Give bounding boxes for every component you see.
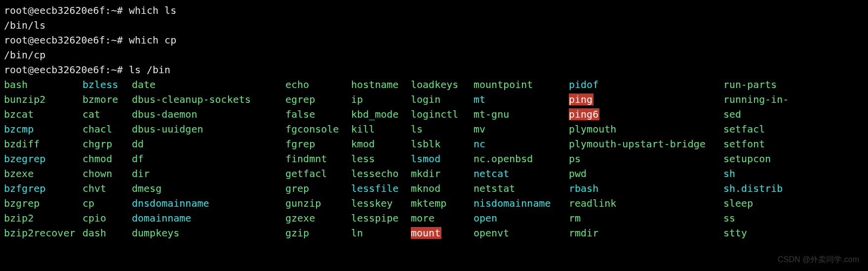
ls-entry-name: chacl (82, 123, 112, 135)
ls-entry-name: fgconsole (285, 123, 339, 135)
ls-entry-name: bzexe (4, 168, 34, 180)
ls-entry-name: grep (285, 182, 309, 194)
ls-entry: lesspipe (351, 211, 411, 226)
ls-entry-name: kill (351, 123, 375, 135)
command: which ls (129, 4, 176, 16)
ls-entry: dbus-uuidgen (132, 122, 285, 136)
ls-entry: echo (285, 77, 351, 92)
ls-entry: fgrep (285, 136, 351, 151)
ls-entry: ping (569, 92, 723, 107)
ls-entry-name: sh.distrib (723, 182, 783, 194)
ls-entry-name: nc (473, 138, 485, 150)
ls-entry-name: ln (351, 227, 363, 239)
ls-entry: readlink (569, 196, 723, 211)
ls-entry: kbd_mode (351, 107, 411, 122)
output-which-ls: /bin/ls (4, 18, 864, 33)
ls-entry: netstat (473, 181, 569, 196)
ls-entry: hostname (351, 77, 411, 92)
ls-entry: ps (569, 151, 723, 166)
ls-entry-name: nc.openbsd (473, 153, 533, 165)
ls-entry-name: bzdiff (4, 138, 39, 150)
ls-entry: findmnt (285, 151, 351, 166)
ls-entry-name: lessecho (351, 168, 398, 180)
line-which-cp: root@eecb32620e6f:~# which cp (4, 33, 864, 47)
ls-entry: setupcon (723, 151, 779, 166)
ls-entry: getfacl (285, 166, 351, 181)
ls-entry-name: gzexe (285, 212, 315, 224)
ls-entry: rbash (569, 181, 723, 196)
ls-entry: dnsdomainname (132, 196, 285, 211)
ls-entry-name: lessfile (351, 182, 398, 194)
ls-entry-name: mknod (411, 182, 440, 194)
ls-entry-name: dbus-daemon (132, 108, 197, 120)
ls-entry-name: setfacl (723, 123, 765, 135)
ls-entry: ls (411, 122, 473, 136)
ls-entry: open (473, 211, 569, 226)
ls-entry-name: cpio (82, 212, 106, 224)
ls-entry: running-in- (723, 92, 779, 107)
ls-entry: dd (132, 136, 285, 151)
ls-entry: bzegrep (4, 151, 82, 166)
ls-entry: loginctl (411, 107, 473, 122)
ls-entry-name: bzgrep (4, 197, 39, 209)
ls-entry-name: dumpkeys (132, 227, 179, 239)
ls-entry-name: lesskey (351, 197, 393, 209)
ls-entry-name: plymouth (569, 123, 616, 135)
ls-entry-name: mkdir (411, 168, 440, 180)
ls-entry: dbus-cleanup-sockets (132, 92, 285, 107)
ls-output-grid: bashbzlessdateechohostnameloadkeysmountp… (4, 77, 864, 240)
command: ls /bin (129, 64, 170, 76)
ls-entry-name: plymouth-upstart-bridge (569, 138, 706, 150)
ls-entry-name: rbash (569, 182, 598, 194)
ls-entry-name: ls (411, 123, 423, 135)
ls-entry-name: bzcmp (4, 123, 34, 135)
ls-entry: ln (351, 226, 411, 240)
ls-entry-name: domainname (132, 212, 191, 224)
ls-entry: loadkeys (411, 77, 473, 92)
ls-entry-name: loadkeys (411, 79, 458, 90)
ls-entry-name: dnsdomainname (132, 197, 209, 209)
ls-entry: stty (723, 226, 779, 240)
ls-entry-name: pidof (569, 79, 598, 90)
ls-entry: dumpkeys (132, 226, 285, 240)
line-ls-bin: root@eecb32620e6f:~# ls /bin (4, 62, 864, 77)
ls-entry: nisdomainname (473, 196, 569, 211)
ls-entry-name: loginctl (411, 108, 458, 120)
output-which-cp: /bin/cp (4, 47, 864, 62)
ls-entry-name: ping6 (569, 108, 599, 120)
ls-entry-name: bzegrep (4, 153, 45, 165)
ls-entry: domainname (132, 211, 285, 226)
ls-entry-name: dd (132, 138, 144, 150)
ls-entry: fgconsole (285, 122, 351, 136)
ls-entry-name: running-in- (723, 93, 789, 105)
ls-entry: sleep (723, 196, 779, 211)
ls-entry-name: open (473, 212, 497, 224)
ls-entry-name: gzip (285, 227, 309, 239)
ls-entry: gunzip (285, 196, 351, 211)
ls-entry-name: kbd_mode (351, 108, 398, 120)
ls-entry: chmod (82, 151, 132, 166)
ls-entry-name: setfont (723, 138, 765, 150)
ls-entry: pidof (569, 77, 723, 92)
ls-entry: sed (723, 107, 779, 122)
ls-entry-name: rmdir (569, 227, 598, 239)
ls-entry: bunzip2 (4, 92, 82, 107)
ls-entry-name: cp (82, 197, 94, 209)
ls-entry-name: bash (4, 79, 28, 90)
ls-entry-name: more (411, 212, 434, 224)
ls-entry-name: lsblk (411, 138, 440, 150)
ls-entry-name: false (285, 108, 315, 120)
ls-entry: run-parts (723, 77, 779, 92)
ls-entry: setfacl (723, 122, 779, 136)
ls-entry-name: run-parts (723, 79, 777, 90)
ls-entry-name: dmesg (132, 182, 161, 194)
ls-entry: ping6 (569, 107, 723, 122)
ls-entry-name: bzless (82, 79, 118, 90)
prompt: root@eecb32620e6f:~# (4, 64, 129, 76)
ls-entry: lsmod (411, 151, 473, 166)
ls-entry-name: getfacl (285, 168, 327, 180)
ls-entry-name: chvt (82, 182, 106, 194)
terminal[interactable]: root@eecb32620e6f:~# which ls /bin/ls ro… (0, 0, 868, 244)
ls-entry: bash (4, 77, 82, 92)
ls-entry: mknod (411, 181, 473, 196)
